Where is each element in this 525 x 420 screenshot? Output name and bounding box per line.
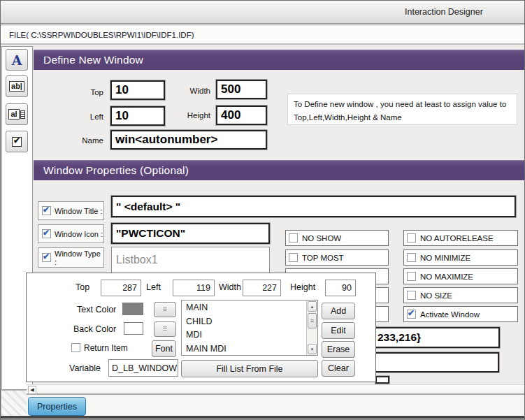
height-label: Height: [172, 111, 210, 120]
popup-top-input[interactable]: 287: [101, 280, 141, 296]
no-size-label: NO SIZE: [420, 291, 452, 300]
scroll-left-icon[interactable]: ◀: [28, 386, 36, 394]
listbox-tool-button[interactable]: al: [6, 103, 28, 125]
window-title-checkbox[interactable]: ✔: [42, 206, 51, 215]
list-item[interactable]: MAIN MDI: [182, 342, 305, 356]
no-show-label: NO SHOW: [302, 234, 341, 242]
list-lines-icon: [20, 110, 25, 119]
no-autorelease-checkbox[interactable]: [407, 233, 416, 242]
define-section-title: Define New Window: [34, 54, 143, 66]
label-tool-button[interactable]: A: [6, 49, 28, 71]
text-color-picker-button[interactable]: ⠿: [154, 302, 176, 317]
window-icon-input[interactable]: "PWCTICON": [111, 223, 270, 244]
scrollbar-thumb[interactable]: ≡: [308, 313, 317, 328]
listbox-properties-popup: Top 287 Left 119 Width 227 Height 90 Tex…: [26, 273, 376, 382]
textbox-tool-icon: ab|: [9, 81, 24, 92]
list-item[interactable]: MDI: [182, 328, 305, 342]
file-path-text: FILE( C:\SSRPWI\DOUBLES\RPWI1\IDF\IDF1.I…: [9, 31, 194, 39]
define-section-header: Define New Window: [34, 50, 525, 70]
variable-label: Variable: [69, 363, 101, 373]
list-item[interactable]: CHILD: [182, 315, 305, 329]
back-color-picker-button[interactable]: ⠿: [154, 321, 176, 337]
properties-section-header: Window Properties (Optional): [34, 160, 525, 180]
properties-section-title: Window Properties (Optional): [34, 164, 189, 177]
edit-button[interactable]: Edit: [322, 322, 355, 339]
window-type-input[interactable]: Listbox1: [111, 247, 270, 273]
fill-list-from-file-button[interactable]: Fill List From File: [181, 360, 318, 377]
height-input[interactable]: 400: [216, 106, 267, 125]
flag-no-autorelease[interactable]: NO AUTORELEASE: [403, 230, 518, 246]
list-item[interactable]: MAIN: [182, 301, 305, 315]
activate-window-checkbox[interactable]: ✔: [407, 310, 416, 319]
left-input[interactable]: 10: [110, 106, 165, 126]
horizontal-scrollbar[interactable]: ◀: [27, 384, 525, 395]
top-most-checkbox[interactable]: [289, 253, 298, 262]
variable-input[interactable]: D_LB_WINDOW: [108, 359, 178, 377]
erase-button[interactable]: Erase: [322, 341, 355, 358]
no-minimize-label: NO MINIMIZE: [420, 254, 470, 262]
window-icon-label: Window Icon :: [55, 230, 103, 238]
bottom-tab-bar: [27, 395, 525, 416]
width-label: Width: [172, 87, 210, 95]
no-maximize-checkbox[interactable]: [407, 272, 416, 281]
popup-width-label: Width: [219, 282, 241, 292]
activate-window-label: Activate Window: [420, 310, 480, 319]
text-color-swatch[interactable]: [122, 303, 143, 315]
clear-button[interactable]: Clear: [322, 360, 355, 377]
window-icon-checkbox-row[interactable]: ✔ Window Icon :: [38, 224, 104, 243]
window-title-input[interactable]: " <default> ": [111, 196, 516, 217]
dots-grid-icon: ⠿: [163, 326, 168, 333]
listbox-scrollbar[interactable]: ▲ ≡ ▼: [306, 300, 317, 355]
flag-activate-window[interactable]: ✔ Activate Window: [403, 306, 518, 322]
add-button[interactable]: Add: [322, 303, 355, 319]
popup-width-input[interactable]: 227: [243, 280, 281, 296]
dots-grid-icon: ⠿: [163, 306, 168, 313]
popup-height-label: Height: [290, 282, 315, 292]
flag-top-most[interactable]: TOP MOST: [285, 249, 389, 266]
flag-no-show[interactable]: NO SHOW: [285, 230, 389, 246]
window-type-checkbox-row[interactable]: ✔ Window Type :: [38, 247, 104, 268]
app-title: Interaction Designer: [405, 7, 483, 17]
window-icon-checkbox[interactable]: ✔: [42, 229, 51, 238]
info-box: To Define new window , you need at least…: [287, 94, 517, 125]
app-window: Interaction Designer FILE( C:\SSRPWI\DOU…: [0, 0, 525, 420]
no-minimize-checkbox[interactable]: [407, 253, 416, 262]
back-color-swatch[interactable]: [124, 322, 143, 335]
properties-tab[interactable]: Properties: [28, 397, 86, 416]
thumb-grip-icon: ≡: [310, 317, 314, 324]
back-color-label: Back Color: [73, 324, 116, 334]
name-label: Name: [67, 136, 103, 145]
scroll-down-icon[interactable]: ▼: [308, 344, 317, 354]
window-type-checkbox[interactable]: ✔: [42, 253, 51, 262]
font-button[interactable]: Font: [152, 340, 176, 357]
popup-left-input[interactable]: 119: [173, 280, 215, 296]
no-maximize-label: NO MAXIMIZE: [420, 273, 473, 281]
no-show-checkbox[interactable]: [289, 233, 298, 242]
checkbox-tool-icon: ✔: [12, 137, 22, 147]
clipped-box: [375, 376, 389, 384]
window-title-label: Window Title :: [55, 207, 102, 215]
left-label: Left: [67, 113, 103, 121]
width-input[interactable]: 500: [216, 80, 267, 99]
info-line-2: Top,Left,Width,Height & Name: [294, 111, 517, 124]
textbox-tool-button[interactable]: ab|: [6, 75, 28, 97]
popup-height-input[interactable]: 90: [325, 280, 356, 296]
name-input[interactable]: win<autonumber>: [110, 130, 267, 150]
scroll-up-icon[interactable]: ▲: [308, 301, 317, 312]
flag-no-size[interactable]: NO SIZE: [403, 287, 518, 303]
no-autorelease-label: NO AUTORELEASE: [420, 234, 494, 242]
no-size-checkbox[interactable]: [407, 291, 416, 300]
window-bottom-edge: [1, 416, 525, 419]
resize-corner-hatch: [1, 390, 27, 417]
flag-no-maximize[interactable]: NO MAXIMIZE: [403, 268, 518, 284]
return-item-label: Return Item: [84, 343, 128, 353]
top-label: Top: [67, 88, 103, 96]
checkbox-tool-button[interactable]: ✔: [6, 131, 28, 152]
window-title-checkbox-row[interactable]: ✔ Window Title :: [38, 201, 104, 220]
text-color-label: Text Color: [77, 305, 116, 314]
return-item-checkbox[interactable]: [71, 343, 80, 352]
window-type-listbox[interactable]: MAIN CHILD MDI MAIN MDI MDICHILD ▲ ≡ ▼: [181, 300, 318, 356]
top-input[interactable]: 10: [110, 80, 165, 100]
flag-no-minimize[interactable]: NO MINIMIZE: [403, 249, 518, 266]
label-tool-icon: A: [12, 52, 22, 68]
